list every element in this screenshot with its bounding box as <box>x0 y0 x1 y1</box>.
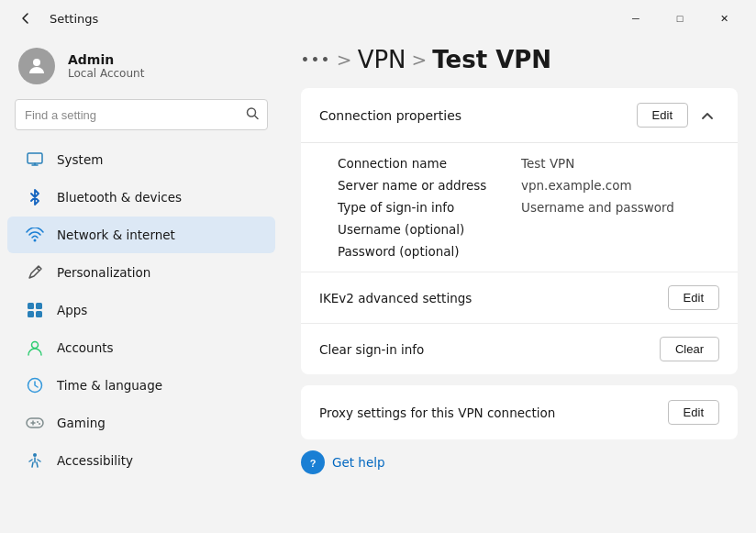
breadcrumb-dots: ••• <box>301 53 331 66</box>
get-help-link[interactable]: Get help <box>332 455 385 470</box>
proxy-edit-button[interactable]: Edit <box>668 400 719 425</box>
prop-label-connection-name: Connection name <box>338 156 521 171</box>
sidebar-item-accounts[interactable]: Accounts <box>7 329 275 366</box>
sidebar: Admin Local Account <box>0 37 283 533</box>
gaming-icon <box>26 414 44 432</box>
prop-label-password: Password (optional) <box>338 244 521 259</box>
user-name: Admin <box>68 52 144 67</box>
connection-properties-card: Connection properties Edit Connection na… <box>301 88 738 374</box>
breadcrumb: ••• > VPN > Test VPN <box>301 37 738 88</box>
svg-rect-2 <box>28 153 42 163</box>
breadcrumb-current: Test VPN <box>432 46 551 73</box>
sidebar-item-label-time: Time & language <box>57 378 162 393</box>
prop-value-sign-in: Username and password <box>521 200 674 215</box>
help-icon: ? <box>301 450 325 474</box>
ikev2-row: IKEv2 advanced settings Edit <box>301 272 738 324</box>
prop-value-server: vpn.example.com <box>521 178 632 193</box>
help-section: ? Get help <box>301 439 738 474</box>
network-icon <box>26 226 44 244</box>
avatar <box>18 48 55 84</box>
clear-sign-in-row: Clear sign-in info Clear <box>301 324 738 374</box>
connection-properties-edit-button[interactable]: Edit <box>637 103 688 128</box>
connection-properties-fields: Connection name Test VPN Server name or … <box>301 143 738 272</box>
accessibility-icon <box>26 451 44 470</box>
svg-rect-7 <box>36 311 42 317</box>
titlebar: Settings ─ □ ✕ <box>0 0 756 37</box>
prop-row-password: Password (optional) <box>338 244 701 259</box>
titlebar-left: Settings <box>11 4 98 33</box>
minimize-button[interactable]: ─ <box>615 4 657 33</box>
close-button[interactable]: ✕ <box>703 4 745 33</box>
user-info: Admin Local Account <box>68 52 144 80</box>
sidebar-item-system[interactable]: System <box>7 141 275 178</box>
prop-row-server: Server name or address vpn.example.com <box>338 178 701 193</box>
sidebar-item-accessibility[interactable]: Accessibility <box>7 442 275 479</box>
breadcrumb-sep2: > <box>412 49 428 71</box>
system-icon <box>26 150 44 169</box>
svg-rect-5 <box>36 303 42 309</box>
apps-icon <box>26 301 44 319</box>
clear-sign-in-label: Clear sign-in info <box>319 342 424 357</box>
back-button[interactable] <box>11 4 40 33</box>
sidebar-item-label-accounts: Accounts <box>57 340 114 355</box>
search-input[interactable] <box>15 99 268 130</box>
user-account-type: Local Account <box>68 67 144 80</box>
sidebar-item-label-accessibility: Accessibility <box>57 453 133 468</box>
personalization-icon <box>26 263 44 282</box>
settings-window: Settings ─ □ ✕ Admin Local Account <box>0 0 756 533</box>
main-layout: Admin Local Account <box>0 37 756 533</box>
sidebar-item-network[interactable]: Network & internet <box>7 217 275 253</box>
prop-label-sign-in: Type of sign-in info <box>338 200 521 215</box>
svg-point-12 <box>39 423 40 425</box>
ikev2-edit-button[interactable]: Edit <box>668 285 719 310</box>
prop-label-server: Server name or address <box>338 178 521 193</box>
sidebar-item-gaming[interactable]: Gaming <box>7 405 275 441</box>
sidebar-item-apps[interactable]: Apps <box>7 292 275 328</box>
nav-menu: System Bluetooth & devices <box>0 141 283 479</box>
svg-point-0 <box>33 59 40 66</box>
svg-point-3 <box>34 239 37 242</box>
svg-text:?: ? <box>310 458 317 469</box>
window-title: Settings <box>50 12 98 26</box>
prop-label-username: Username (optional) <box>338 222 521 237</box>
prop-row-sign-in: Type of sign-in info Username and passwo… <box>338 200 701 215</box>
ikev2-label: IKEv2 advanced settings <box>319 291 472 305</box>
prop-row-connection-name: Connection name Test VPN <box>338 156 701 171</box>
sidebar-item-label-gaming: Gaming <box>57 416 106 430</box>
card-header-actions: Edit <box>637 103 719 128</box>
search-box <box>15 99 268 130</box>
proxy-settings-card: Proxy settings for this VPN connection E… <box>301 385 738 439</box>
clear-sign-in-button[interactable]: Clear <box>660 337 719 361</box>
sidebar-item-label-network: Network & internet <box>57 228 175 242</box>
content-area: ••• > VPN > Test VPN Connection properti… <box>283 37 756 533</box>
sidebar-item-label-bluetooth: Bluetooth & devices <box>57 190 182 205</box>
svg-point-13 <box>33 453 37 457</box>
svg-point-8 <box>32 342 39 349</box>
sidebar-item-time[interactable]: Time & language <box>7 367 275 404</box>
maximize-button[interactable]: □ <box>659 4 701 33</box>
connection-properties-title: Connection properties <box>319 108 461 123</box>
user-section: Admin Local Account <box>0 37 283 99</box>
sidebar-item-bluetooth[interactable]: Bluetooth & devices <box>7 179 275 216</box>
accounts-icon <box>26 339 44 357</box>
proxy-settings-label: Proxy settings for this VPN connection <box>319 405 555 420</box>
sidebar-item-label-personalization: Personalization <box>57 265 150 280</box>
window-controls: ─ □ ✕ <box>615 4 745 33</box>
sidebar-item-label-apps: Apps <box>57 303 87 317</box>
connection-properties-header: Connection properties Edit <box>301 88 738 143</box>
breadcrumb-vpn: VPN <box>358 46 406 73</box>
sidebar-item-label-system: System <box>57 152 103 167</box>
breadcrumb-sep1: > <box>337 49 352 71</box>
bluetooth-icon <box>26 188 44 206</box>
svg-rect-6 <box>28 311 34 317</box>
time-icon <box>26 376 44 394</box>
svg-rect-4 <box>28 303 34 309</box>
prop-value-connection-name: Test VPN <box>521 156 574 171</box>
svg-point-11 <box>37 421 39 423</box>
prop-row-username: Username (optional) <box>338 222 701 237</box>
sidebar-item-personalization[interactable]: Personalization <box>7 254 275 291</box>
connection-properties-collapse-button[interactable] <box>695 105 719 127</box>
